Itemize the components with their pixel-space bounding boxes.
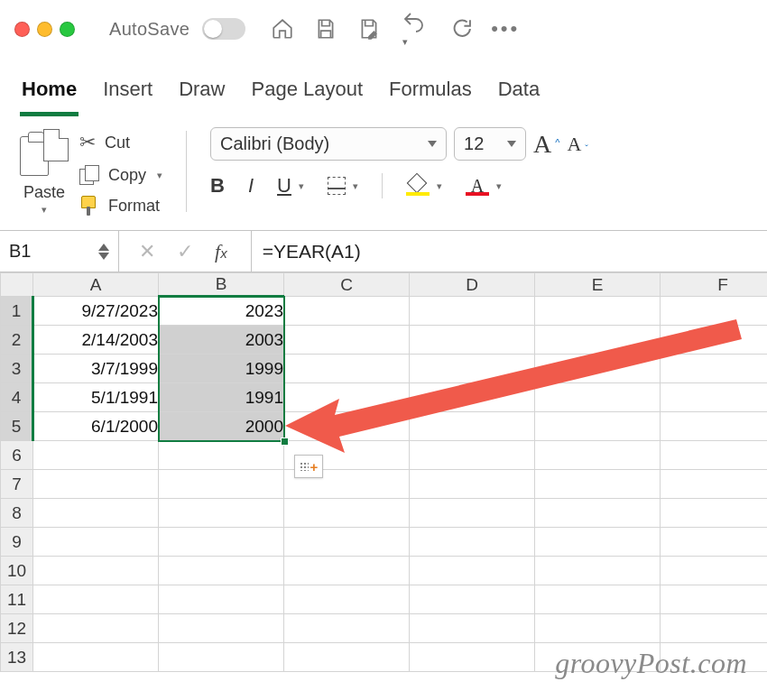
cell[interactable] [661, 441, 768, 470]
cell[interactable] [33, 614, 159, 643]
close-window-icon[interactable] [14, 22, 30, 37]
row-header[interactable]: 10 [1, 557, 33, 585]
save-icon[interactable] [314, 17, 337, 41]
cell[interactable] [535, 557, 661, 585]
tab-draw[interactable]: Draw [177, 78, 226, 116]
decrease-font-size-button[interactable]: Aˇ [567, 133, 588, 156]
cell[interactable] [535, 441, 661, 470]
cell[interactable] [535, 470, 661, 499]
row-header[interactable]: 8 [1, 499, 33, 528]
col-header-f[interactable]: F [661, 273, 768, 297]
bold-button[interactable]: B [210, 174, 225, 198]
cell[interactable] [159, 643, 284, 672]
underline-button[interactable]: U▾ [277, 174, 304, 198]
cell[interactable] [661, 297, 768, 326]
cell[interactable] [159, 585, 284, 614]
cell[interactable] [159, 499, 284, 528]
cell[interactable] [33, 643, 159, 672]
row-header[interactable]: 5 [1, 412, 33, 441]
cell[interactable] [284, 585, 410, 614]
increase-font-size-button[interactable]: A^ [533, 130, 559, 159]
cell[interactable] [535, 355, 661, 383]
cut-button[interactable]: Cut [79, 131, 162, 154]
cell[interactable] [535, 412, 661, 441]
chevron-down-icon[interactable]: ▾ [402, 36, 408, 47]
copy-button[interactable]: Copy▾ [79, 165, 162, 185]
cell[interactable] [410, 499, 535, 528]
col-header-c[interactable]: C [284, 273, 410, 297]
cell[interactable] [159, 441, 284, 470]
cell[interactable] [410, 528, 535, 557]
cell[interactable] [284, 355, 410, 383]
autosave-toggle[interactable] [202, 18, 245, 40]
cell[interactable] [284, 557, 410, 585]
cell[interactable]: 9/27/2023 [33, 297, 159, 326]
cell[interactable]: 2023 [159, 297, 284, 326]
cell[interactable]: 6/1/2000 [33, 412, 159, 441]
cancel-formula-icon[interactable]: ✕ [139, 240, 155, 263]
cell[interactable] [661, 383, 768, 412]
row-header[interactable]: 3 [1, 355, 33, 383]
name-box[interactable]: B1 [0, 231, 119, 272]
tab-data[interactable]: Data [496, 78, 541, 116]
cell[interactable]: 1999 [159, 355, 284, 383]
cell[interactable]: 2/14/2003 [33, 326, 159, 355]
cell[interactable] [661, 557, 768, 585]
cell[interactable] [535, 326, 661, 355]
formula-input[interactable]: =YEAR(A1) [251, 231, 767, 272]
cell[interactable] [410, 643, 535, 672]
tab-home[interactable]: Home [20, 78, 79, 116]
minimize-window-icon[interactable] [37, 22, 52, 37]
cell[interactable]: 5/1/1991 [33, 383, 159, 412]
tab-insert[interactable]: Insert [101, 78, 154, 116]
cell[interactable] [284, 412, 410, 441]
select-all-corner[interactable] [1, 273, 33, 297]
chevron-down-icon[interactable]: ▾ [157, 170, 162, 181]
cell[interactable] [410, 326, 535, 355]
cell[interactable] [661, 528, 768, 557]
cell[interactable] [284, 499, 410, 528]
name-box-stepper[interactable] [98, 244, 109, 260]
cell[interactable] [535, 297, 661, 326]
cell[interactable] [410, 355, 535, 383]
cell[interactable] [535, 383, 661, 412]
accept-formula-icon[interactable]: ✓ [177, 240, 193, 263]
fx-icon[interactable]: fx [215, 240, 227, 263]
format-painter-button[interactable]: Format [79, 196, 162, 216]
chevron-down-icon[interactable]: ▾ [353, 180, 358, 192]
cell[interactable]: 3/7/1999 [33, 355, 159, 383]
cell[interactable] [284, 528, 410, 557]
cell[interactable] [410, 557, 535, 585]
more-icon[interactable]: ••• [491, 17, 520, 41]
save-as-icon[interactable] [357, 17, 381, 41]
col-header-b[interactable]: B [159, 273, 284, 297]
cell[interactable] [410, 412, 535, 441]
row-header[interactable]: 4 [1, 383, 33, 412]
cell[interactable] [661, 470, 768, 499]
font-size-combo[interactable]: 12 [454, 127, 526, 161]
cell[interactable] [661, 614, 768, 643]
cell[interactable] [410, 585, 535, 614]
cell[interactable] [159, 614, 284, 643]
italic-button[interactable]: I [248, 174, 254, 198]
cell[interactable] [33, 585, 159, 614]
row-header[interactable]: 9 [1, 528, 33, 557]
cell[interactable] [284, 643, 410, 672]
redo-icon[interactable] [448, 17, 471, 41]
fill-color-button[interactable]: ▾ [406, 176, 442, 196]
row-header[interactable]: 13 [1, 643, 33, 672]
cell[interactable]: 2003 [159, 326, 284, 355]
cell[interactable] [284, 383, 410, 412]
tab-page-layout[interactable]: Page Layout [250, 78, 365, 116]
cell[interactable] [410, 441, 535, 470]
font-name-combo[interactable]: Calibri (Body) [210, 127, 447, 161]
cell[interactable] [535, 614, 661, 643]
cell[interactable] [33, 470, 159, 499]
cell[interactable] [661, 412, 768, 441]
cell[interactable] [159, 470, 284, 499]
cell[interactable] [159, 528, 284, 557]
row-header[interactable]: 2 [1, 326, 33, 355]
col-header-a[interactable]: A [33, 273, 159, 297]
col-header-d[interactable]: D [410, 273, 535, 297]
cell[interactable] [284, 326, 410, 355]
